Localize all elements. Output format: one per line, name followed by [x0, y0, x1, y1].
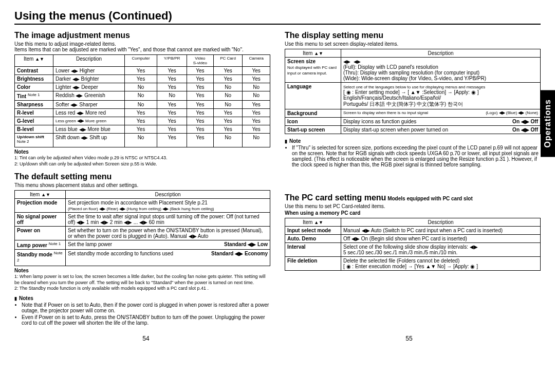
display-note: If "Thru" is selected for screen size, p…	[292, 145, 541, 167]
pc-intro: Use this menu to set PC Card-related ite…	[285, 203, 541, 209]
page-title: Using the menus (Continued)	[14, 9, 541, 25]
heading-display: The display setting menu	[285, 31, 541, 40]
heading-pc: The PC card setting menu Models equipped…	[285, 193, 541, 202]
heading-image-adjust: The image adjustment menus	[14, 31, 270, 40]
display-intro: Use this menu to set screen display-rela…	[285, 41, 541, 47]
pc-when: When using a memory PC card	[285, 210, 541, 216]
heading-right-note: Note	[285, 138, 541, 144]
default-table: Item Description Projection mode Set pro…	[14, 190, 270, 266]
heading-default: The default setting menu	[14, 172, 270, 181]
display-table: Item Description Screen sizeNot displaye…	[285, 49, 541, 134]
image-adjust-table: Item Description Computer Y/PB/PR Video …	[14, 54, 270, 147]
image-notes: Notes 1: Tint can only be adjusted when …	[14, 149, 270, 167]
image-intro: Use this menu to adjust image-related it…	[14, 41, 270, 52]
heading-general-notes: Notes	[14, 295, 270, 301]
side-tab-operations: Operations	[541, 90, 555, 157]
pc-table: Item Description Input select modeManual…	[285, 218, 541, 271]
default-intro: This menu shows placement status and oth…	[14, 182, 270, 188]
general-notes: Note that if Power on is set to Auto, th…	[22, 302, 270, 326]
right-column: The display setting menu Use this menu t…	[285, 26, 541, 328]
page-numbers: 54 55	[14, 335, 541, 342]
default-notes: Notes 1: When lamp power is set to low, …	[14, 268, 270, 291]
left-column: The image adjustment menus Use this menu…	[14, 26, 270, 328]
